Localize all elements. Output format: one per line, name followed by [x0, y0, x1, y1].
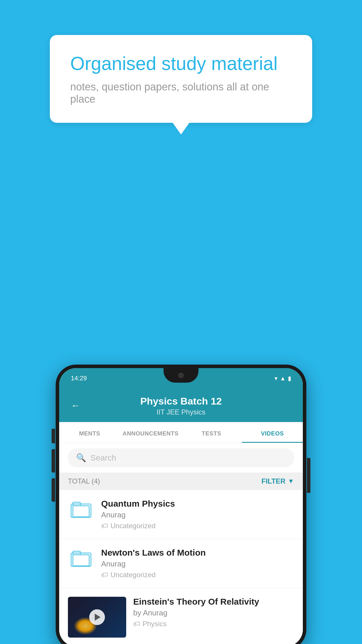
- video-list: Quantum Physics Anurag 🏷 Uncategorized: [59, 490, 303, 644]
- search-container: 🔍 Search: [59, 443, 303, 473]
- item-author: by Anurag: [133, 608, 294, 617]
- battery-icon: ▮: [288, 375, 291, 382]
- search-input-wrap[interactable]: 🔍 Search: [68, 448, 294, 467]
- video-thumbnail[interactable]: [68, 597, 126, 638]
- total-label: TOTAL (4): [68, 477, 100, 485]
- power-button: [307, 458, 310, 493]
- top-section: Organised study material notes, question…: [0, 0, 362, 140]
- app-header: ← Physics Batch 12 IIT JEE Physics: [59, 388, 303, 422]
- tab-announcements[interactable]: ANNOUNCEMENTS: [120, 422, 181, 443]
- signal-icon: ▲: [280, 375, 286, 382]
- tab-tests[interactable]: TESTS: [181, 422, 242, 443]
- item-title: Quantum Physics: [101, 499, 294, 509]
- folder-icon-wrap: [68, 548, 94, 567]
- bubble-title: Organised study material: [70, 52, 292, 75]
- svg-rect-2: [73, 506, 89, 517]
- play-button[interactable]: [89, 609, 105, 625]
- svg-rect-5: [73, 555, 89, 566]
- tag-icon: 🏷: [101, 522, 108, 530]
- silent-button: [52, 478, 55, 502]
- folder-icon: [71, 549, 92, 567]
- status-bar: 14:29 ▾ ▲ ▮: [59, 368, 303, 388]
- phone-wrapper: 14:29 ▾ ▲ ▮ ← Physics Batch 12 IIT JEE P…: [56, 365, 306, 644]
- speech-bubble: Organised study material notes, question…: [50, 35, 312, 123]
- item-tag: 🏷 Uncategorized: [101, 522, 294, 530]
- filter-button[interactable]: FILTER ▼: [261, 477, 294, 485]
- status-icons: ▾ ▲ ▮: [275, 375, 291, 382]
- tabs-bar: MENTS ANNOUNCEMENTS TESTS VIDEOS: [59, 422, 303, 443]
- status-time: 14:29: [71, 374, 87, 382]
- tag-label: Physics: [143, 620, 167, 628]
- header-title: Physics Batch 12: [71, 396, 291, 407]
- phone-screen: 14:29 ▾ ▲ ▮ ← Physics Batch 12 IIT JEE P…: [59, 368, 303, 644]
- camera: [178, 373, 184, 378]
- tag-icon: 🏷: [101, 571, 108, 579]
- item-author: Anurag: [101, 510, 294, 519]
- filter-funnel-icon: ▼: [288, 477, 294, 485]
- item-info: Newton's Laws of Motion Anurag 🏷 Uncateg…: [101, 548, 294, 579]
- item-title: Einstein's Theory Of Relativity: [133, 597, 294, 607]
- tab-ments[interactable]: MENTS: [59, 422, 120, 443]
- volume-down-button: [52, 449, 55, 473]
- phone-outer: 14:29 ▾ ▲ ▮ ← Physics Batch 12 IIT JEE P…: [56, 365, 306, 644]
- item-author: Anurag: [101, 559, 294, 568]
- notch: [164, 368, 198, 383]
- bubble-subtitle: notes, question papers, solutions all at…: [70, 81, 292, 105]
- search-input[interactable]: Search: [90, 453, 116, 463]
- item-tag: 🏷 Physics: [133, 620, 294, 628]
- item-info: Quantum Physics Anurag 🏷 Uncategorized: [101, 499, 294, 530]
- item-title: Newton's Laws of Motion: [101, 548, 294, 558]
- search-icon: 🔍: [76, 453, 86, 463]
- item-info: Einstein's Theory Of Relativity by Anura…: [133, 597, 294, 628]
- tag-icon: 🏷: [133, 620, 140, 628]
- item-tag: 🏷 Uncategorized: [101, 571, 294, 579]
- folder-icon: [71, 500, 92, 518]
- wifi-icon: ▾: [275, 375, 277, 382]
- play-icon: [95, 614, 101, 621]
- filter-bar: TOTAL (4) FILTER ▼: [59, 473, 303, 490]
- header-subtitle: IIT JEE Physics: [71, 408, 291, 416]
- tab-videos[interactable]: VIDEOS: [242, 422, 303, 443]
- tag-label: Uncategorized: [110, 522, 156, 530]
- tag-label: Uncategorized: [110, 571, 156, 579]
- list-item[interactable]: Quantum Physics Anurag 🏷 Uncategorized: [59, 490, 303, 539]
- list-item[interactable]: Einstein's Theory Of Relativity by Anura…: [59, 588, 303, 644]
- list-item[interactable]: Newton's Laws of Motion Anurag 🏷 Uncateg…: [59, 539, 303, 588]
- volume-up-button: [52, 429, 55, 443]
- folder-icon-wrap: [68, 499, 94, 518]
- back-button[interactable]: ←: [71, 400, 80, 411]
- filter-label: FILTER: [261, 477, 285, 485]
